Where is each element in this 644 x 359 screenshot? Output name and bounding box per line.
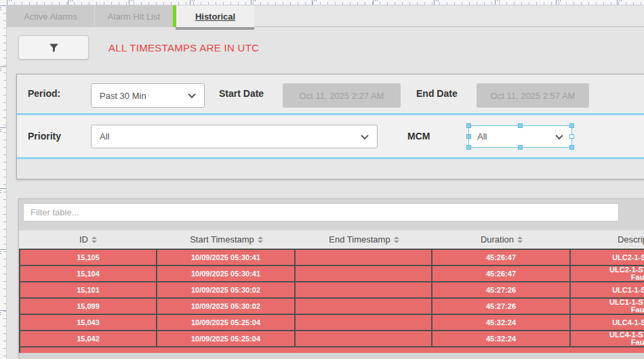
utc-notice-text: ALL TIMESTAMPS ARE IN UTC xyxy=(108,42,259,54)
column-header-label: End Timestamp xyxy=(329,234,390,245)
tab-alarm-hit-list[interactable]: Alarm Hit List xyxy=(94,5,173,27)
alarm-row[interactable]: 15,104 10/09/2025 05:30:41 45:26:47 ULC2… xyxy=(20,266,644,282)
table-header-row: ID Start Timestamp End Timestamp Duratio… xyxy=(19,230,644,249)
cell-start: 10/09/2025 05:25:04 xyxy=(157,331,296,346)
sort-icon xyxy=(394,236,399,243)
mcm-select[interactable]: All xyxy=(468,125,572,148)
cell-start: 10/09/2025 05:30:02 xyxy=(157,282,296,297)
column-header-start-timestamp[interactable]: Start Timestamp xyxy=(157,230,296,249)
column-header-id[interactable]: ID xyxy=(19,230,157,249)
funnel-icon xyxy=(48,42,60,54)
historical-alarm-table: ID Start Timestamp End Timestamp Duratio… xyxy=(18,198,644,359)
alarm-row-partial[interactable] xyxy=(20,347,644,353)
cell-id: 15,101 xyxy=(20,282,157,297)
cell-description: ULC2-1-ST1 Com Fault xyxy=(571,266,644,281)
cell-duration: 45:27:26 xyxy=(432,299,571,314)
vertical-ruler xyxy=(0,5,7,359)
alarm-row[interactable]: 15,043 10/09/2025 05:25:04 45:32:24 ULC4… xyxy=(20,315,644,331)
tab-historical[interactable]: Historical xyxy=(176,5,254,27)
table-filter-input[interactable] xyxy=(23,203,619,221)
end-date-button[interactable]: Oct 11, 2025 2:57 AM xyxy=(477,83,589,108)
panel-bottom-strip xyxy=(17,159,644,179)
ruler-corner xyxy=(0,0,7,5)
cell-description: ULC4-1-ST1 Tip xyxy=(571,315,644,330)
selection-handle[interactable] xyxy=(518,145,523,150)
start-date-label: Start Date xyxy=(219,88,264,99)
chevron-down-icon xyxy=(188,91,195,98)
active-tab-underline xyxy=(176,27,254,30)
priority-select[interactable]: All xyxy=(91,125,378,148)
cell-start: 10/09/2025 05:30:41 xyxy=(157,250,296,265)
cell-end xyxy=(296,315,432,330)
cell-duration: 45:32:24 xyxy=(432,331,571,346)
cell-duration: 45:26:47 xyxy=(432,266,571,281)
cell-id: 15,043 xyxy=(20,315,157,330)
filter-toggle-button[interactable] xyxy=(18,35,89,60)
horizontal-ruler xyxy=(7,0,644,5)
start-date-button[interactable]: Oct 11, 2025 2:27 AM xyxy=(283,83,401,108)
filter-panel: Period: Past 30 Min Start Date Oct 11, 2… xyxy=(16,74,644,180)
sort-icon xyxy=(258,236,263,243)
column-header-label: ID xyxy=(79,234,88,245)
cell-start: 10/09/2025 05:30:41 xyxy=(157,266,296,281)
end-date-label: End Date xyxy=(416,88,458,99)
cell-end xyxy=(296,282,432,297)
sort-icon xyxy=(517,236,523,243)
cell-description: ULC2-1-ST1 Tip xyxy=(571,250,644,265)
mcm-label: MCM xyxy=(407,131,430,142)
filter-row-dates: Period: Past 30 Min Start Date Oct 11, 2… xyxy=(17,75,644,113)
priority-label: Priority xyxy=(28,131,61,142)
cell-id: 15,099 xyxy=(20,299,157,314)
selection-handle[interactable] xyxy=(518,123,523,128)
alarm-row[interactable]: 15,099 10/09/2025 05:30:02 45:27:26 ULC1… xyxy=(20,299,644,315)
cell-id: 15,104 xyxy=(20,266,157,281)
cell-duration: 45:27:26 xyxy=(432,282,571,297)
table-body: 15,105 10/09/2025 05:30:41 45:26:47 ULC2… xyxy=(19,249,644,353)
selection-handle[interactable] xyxy=(466,123,471,128)
cell-duration: 45:32:24 xyxy=(432,315,571,330)
selection-handle[interactable] xyxy=(466,145,471,150)
cell-start: 10/09/2025 05:25:04 xyxy=(157,315,296,330)
column-header-label: Duration xyxy=(481,234,514,245)
cell-description: ULC4-1-ST1 Com Fault xyxy=(571,331,644,346)
selection-handle[interactable] xyxy=(569,145,574,150)
column-header-label: Start Timestamp xyxy=(190,234,254,245)
cell-start: 10/09/2025 05:30:02 xyxy=(157,299,296,314)
tab-active-alarms[interactable]: Active Alarms xyxy=(7,5,94,27)
mcm-select-value: All xyxy=(477,131,487,142)
period-select[interactable]: Past 30 Min xyxy=(91,83,205,108)
column-header-label: Description xyxy=(618,234,644,245)
chevron-down-icon xyxy=(555,131,563,139)
cell-end xyxy=(296,266,432,281)
cell-id: 15,105 xyxy=(20,250,157,265)
cell-end xyxy=(296,250,432,265)
chevron-down-icon xyxy=(361,131,368,139)
cell-id: 15,042 xyxy=(20,331,157,346)
tab-bar: Active Alarms Alarm Hit List Historical xyxy=(7,5,644,27)
period-label: Period: xyxy=(28,88,60,99)
alarm-row[interactable]: 15,105 10/09/2025 05:30:41 45:26:47 ULC2… xyxy=(20,250,644,266)
selection-handle[interactable] xyxy=(569,134,574,139)
alarm-row[interactable]: 15,101 10/09/2025 05:30:02 45:27:26 ULC1… xyxy=(20,282,644,299)
tab-historical-label: Historical xyxy=(195,12,235,22)
cell-duration: 45:26:47 xyxy=(432,250,571,265)
priority-select-value: All xyxy=(100,131,109,142)
alarm-row[interactable]: 15,042 10/09/2025 05:25:04 45:32:24 ULC4… xyxy=(20,331,644,347)
cell-end xyxy=(296,299,432,314)
column-header-end-timestamp[interactable]: End Timestamp xyxy=(296,230,432,249)
cell-description: ULC1-1-ST1 Tip xyxy=(571,282,644,297)
cell-description: ULC1-1-ST1 Com Fault xyxy=(571,299,644,314)
period-select-value: Past 30 Min xyxy=(100,91,146,101)
sort-icon xyxy=(92,236,97,243)
cell-end xyxy=(296,331,432,346)
selection-handle[interactable] xyxy=(569,123,574,128)
selection-handle[interactable] xyxy=(466,134,471,139)
alarm-viewer-screen: Active Alarms Alarm Hit List Historical … xyxy=(0,0,644,359)
column-header-duration[interactable]: Duration xyxy=(432,230,571,249)
column-header-description[interactable]: Description xyxy=(571,230,644,249)
filter-row-priority: Priority All MCM All xyxy=(17,115,644,157)
